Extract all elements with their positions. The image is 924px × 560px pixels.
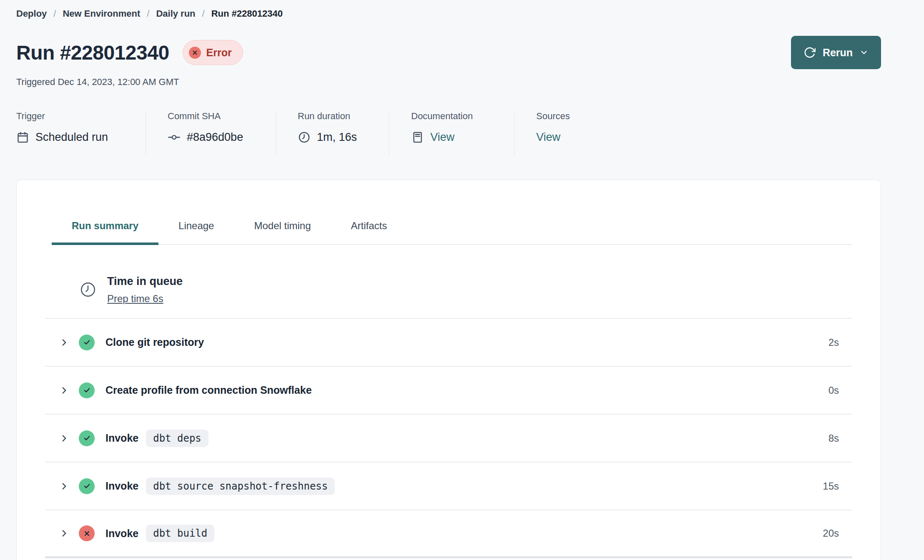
success-check-icon bbox=[79, 335, 95, 350]
step-duration: 15s bbox=[823, 480, 852, 492]
step-duration: 8s bbox=[829, 432, 852, 444]
step-row-dbt-source-freshness[interactable]: Invoke dbt source snapshot-freshness 15s bbox=[45, 462, 852, 510]
meta-documentation-label: Documentation bbox=[411, 111, 514, 122]
step-row-clone-git-repository[interactable]: Clone git repository 2s bbox=[45, 319, 852, 367]
step-title: Invoke bbox=[105, 480, 138, 492]
step-title: Clone git repository bbox=[105, 336, 204, 348]
step-title: Invoke bbox=[105, 432, 138, 444]
triggered-timestamp: Triggered Dec 14, 2023, 12:00 AM GMT bbox=[16, 77, 881, 88]
breadcrumb-separator: / bbox=[147, 8, 149, 19]
clock-icon bbox=[79, 281, 97, 298]
rerun-button-label: Rerun bbox=[823, 47, 853, 59]
step-duration: 2s bbox=[829, 337, 852, 348]
meta-trigger-value: Scheduled run bbox=[35, 131, 108, 144]
step-row-dbt-build[interactable]: Invoke dbt build 20s bbox=[45, 510, 852, 558]
command-chip: dbt source snapshot-freshness bbox=[146, 478, 335, 495]
meta-trigger: Trigger Scheduled run bbox=[16, 111, 146, 156]
status-badge: Error bbox=[183, 40, 243, 65]
breadcrumb-separator: / bbox=[202, 8, 205, 19]
document-icon bbox=[411, 131, 424, 144]
header-row: Run #228012340 Error Rerun bbox=[16, 36, 881, 69]
step-duration: 0s bbox=[829, 385, 852, 396]
chevron-right-icon bbox=[59, 481, 70, 492]
rerun-button[interactable]: Rerun bbox=[791, 36, 881, 69]
step-duration: 20s bbox=[823, 528, 852, 539]
tab-bar: Run summary Lineage Model timing Artifac… bbox=[52, 220, 852, 245]
meta-trigger-label: Trigger bbox=[16, 111, 146, 122]
breadcrumb-job[interactable]: Daily run bbox=[156, 8, 195, 19]
command-chip: dbt deps bbox=[146, 430, 208, 447]
chevron-down-icon bbox=[859, 48, 869, 57]
step-title: Create profile from connection Snowflake bbox=[105, 384, 312, 396]
meta-commit-label: Commit SHA bbox=[168, 111, 276, 122]
documentation-view-link[interactable]: View bbox=[430, 131, 454, 144]
success-check-icon bbox=[79, 430, 95, 446]
refresh-icon bbox=[803, 46, 816, 59]
step-row-create-profile[interactable]: Create profile from connection Snowflake… bbox=[45, 367, 852, 415]
tab-lineage[interactable]: Lineage bbox=[158, 220, 234, 245]
step-title: Invoke bbox=[105, 528, 138, 540]
tab-model-timing[interactable]: Model timing bbox=[234, 220, 331, 245]
run-summary-card: Run summary Lineage Model timing Artifac… bbox=[16, 180, 881, 560]
run-detail-screen: Deploy / New Environment / Daily run / R… bbox=[0, 0, 924, 560]
status-badge-label: Error bbox=[206, 47, 232, 59]
breadcrumb-environment[interactable]: New Environment bbox=[63, 8, 140, 19]
chevron-right-icon bbox=[59, 385, 70, 396]
chevron-right-icon bbox=[59, 433, 70, 444]
calendar-icon bbox=[16, 131, 29, 144]
command-chip: dbt build bbox=[146, 525, 214, 542]
breadcrumb-deploy[interactable]: Deploy bbox=[16, 8, 47, 19]
error-x-icon bbox=[79, 525, 95, 541]
chevron-right-icon bbox=[59, 337, 70, 348]
success-check-icon bbox=[79, 382, 95, 398]
sources-view-link[interactable]: View bbox=[536, 131, 560, 144]
meta-sources-label: Sources bbox=[536, 111, 570, 122]
time-in-queue-section: Time in queue Prep time 6s bbox=[45, 245, 852, 305]
page-title: Run #228012340 bbox=[16, 41, 169, 64]
success-check-icon bbox=[79, 478, 95, 494]
time-in-queue-title: Time in queue bbox=[107, 275, 183, 288]
meta-sources: Sources View bbox=[514, 111, 570, 156]
run-metadata: Trigger Scheduled run Commit SHA bbox=[16, 111, 881, 156]
clock-icon bbox=[298, 131, 311, 144]
git-commit-icon bbox=[168, 131, 181, 144]
meta-duration-label: Run duration bbox=[298, 111, 389, 122]
breadcrumb-current-run: Run #228012340 bbox=[211, 8, 283, 19]
error-circle-icon bbox=[189, 47, 201, 59]
step-row-dbt-deps[interactable]: Invoke dbt deps 8s bbox=[45, 415, 852, 462]
meta-documentation: Documentation View bbox=[389, 111, 514, 156]
breadcrumb: Deploy / New Environment / Daily run / R… bbox=[16, 7, 881, 21]
breadcrumb-separator: / bbox=[53, 8, 56, 19]
meta-commit-value: #8a96d0be bbox=[187, 131, 243, 144]
meta-run-duration: Run duration 1m, 16s bbox=[276, 111, 389, 156]
meta-commit-sha: Commit SHA #8a96d0be bbox=[146, 111, 276, 156]
chevron-right-icon bbox=[59, 528, 70, 539]
prep-time-link[interactable]: Prep time 6s bbox=[107, 293, 163, 305]
tab-artifacts[interactable]: Artifacts bbox=[331, 220, 407, 245]
tab-run-summary[interactable]: Run summary bbox=[52, 220, 158, 245]
meta-duration-value: 1m, 16s bbox=[317, 131, 357, 144]
